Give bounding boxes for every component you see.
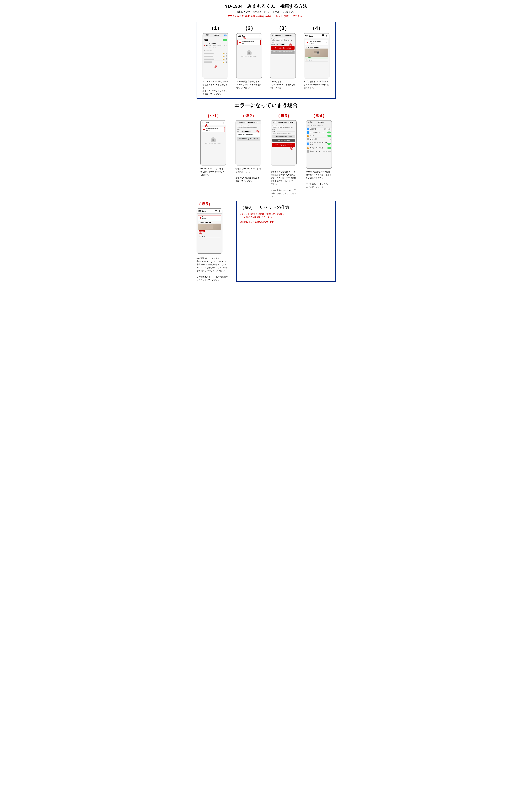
network-2-icons: 🔒 ≋ ⓘ — [222, 55, 227, 57]
plus-e1[interactable]: ＋ — [222, 121, 225, 125]
svg-marker-20 — [200, 217, 201, 217]
back-icon: ＜ 設定 — [204, 34, 209, 36]
connect-label-e5: Connect to camera directly — [202, 216, 218, 219]
wifi-icon — [206, 45, 208, 46]
step-3-desc: ③を押します。アプリ内で出てくる権限を許可してください。 — [270, 80, 296, 89]
setting-mic[interactable]: 🎤 マイク — [306, 134, 331, 137]
camera-card-e5: Camera0 ●●●●●●●● ● Offline ⑦ 📋🔊⚙ — [198, 221, 221, 238]
step-3-phone: ＜ Connect to camera di... Jump to the sy… — [270, 33, 296, 78]
siri-icon — [307, 138, 309, 141]
setting-background[interactable]: ↻ アプリのバックグラウンド更新 — [306, 141, 331, 146]
menu-icon-e5[interactable]: ☰ — [215, 209, 217, 213]
cam-icon-e5 — [200, 217, 201, 219]
connect-directly-e1[interactable]: Connect to camera directly › ④ — [202, 127, 225, 132]
siri-arrow: › — [330, 139, 331, 140]
error-steps-row: （※1） V99 Cam ＋ Connect to camera directl… — [196, 113, 336, 198]
location-icon: 📍 — [307, 128, 309, 130]
logged-in-bar: ● Logined — [305, 57, 328, 59]
menu-icon-4[interactable]: ☰ — [322, 34, 324, 38]
e5-desc: ⑷の画面が出てこないとき⑦が『Connecting...』『Offline』の場… — [196, 257, 229, 282]
storage-icon — [307, 150, 309, 152]
step-3-number: （3） — [276, 25, 289, 32]
camera-area-e1: Click here to add device — [202, 133, 225, 147]
error-step-3-number: （※3） — [276, 113, 292, 119]
step-4: （4） V99 Cam ☰ ＋ Connect to camera direct… — [301, 25, 332, 96]
reset-section: （※6） リセットの仕方 ○リセットボタンを２秒ほど長押してください。 この動作… — [236, 201, 336, 282]
local-toggle[interactable] — [327, 131, 331, 133]
e5-header: V99 Cam ☰ ＋ — [197, 209, 222, 214]
network-1-name — [204, 53, 213, 54]
step-2-desc: アプリを開き②を押します。アプリ内で出てくる権限を許可してください。 — [236, 80, 262, 89]
e4-header: ＜ 設定 V99Cam — [306, 121, 331, 124]
bg-toggle[interactable] — [327, 143, 331, 145]
step-4-content: Connect to camera directly › Camera0 PTZ… — [304, 38, 329, 62]
error-step-2: （※2） ＜ Connect to camera di... Jump to t… — [232, 113, 265, 198]
plus-btn-4[interactable]: ＋ — [325, 34, 328, 38]
jump-text-e3: Jump to the system settingConnect to the… — [272, 125, 295, 130]
system-wifi-btn[interactable]: To system wifi setting — [272, 139, 295, 142]
v99-title-e5: V99 Cam — [198, 210, 206, 212]
location-label: 位置情報 — [310, 128, 316, 130]
circle-5: ⑤ — [256, 130, 259, 133]
connect-directly-e5[interactable]: Connect to camera directly › — [198, 215, 221, 220]
arrow-right-4: › — [326, 42, 326, 43]
setting-local-network[interactable]: 🌐 ローカルネットワーク — [306, 131, 331, 134]
connect-this-e2[interactable]: Connect to this camera ⑤ — [237, 133, 260, 136]
wifi-toggle[interactable] — [223, 39, 227, 41]
step-4-desc: アプリを開きこの画面もしくはカメラの映像が映ったら接続完了です。 — [304, 80, 329, 89]
v99-title-2: V99 Cam — [238, 35, 245, 37]
step-2-phone: V99 Cam ＋ Connect to camera directly › ② — [236, 33, 262, 78]
ptz-network[interactable]: ✓ PTZ●●●●●セキュリティ保護されていないネットワーク — [204, 42, 227, 49]
svg-rect-7 — [307, 42, 308, 43]
steps-row: （1） ＜ 設定 Wi-Fi 編集 Wi-Fi ✓ PTZ●●●●●セキュリティ… — [200, 25, 332, 96]
error-step-4-phone: ＜ 設定 V99Cam V99CAMにアクセスを許可 📍 位置情報 使用中のみ … — [306, 120, 332, 169]
error-step-2-phone: ＜ Connect to camera di... Jump to the sy… — [235, 120, 261, 165]
svg-marker-1 — [240, 42, 241, 42]
e4-section-header: V99CAMにアクセスを許可 — [306, 124, 331, 127]
mic-toggle[interactable] — [327, 135, 331, 137]
make-wifi-btn-3[interactable]: Makewifi setting to another device AP — [271, 51, 294, 54]
setting-mobile-data[interactable]: 📶 モバイルデータ通信 — [306, 146, 331, 150]
not-connected-msg: Current connection not the device... — [272, 133, 295, 134]
connect-this-btn[interactable]: Connect to this camera ③ — [271, 46, 294, 50]
bottom-icons-e5: 📋🔊⚙ — [198, 235, 221, 238]
circle-3: ③ — [289, 43, 292, 47]
plus-btn-2[interactable]: ＋ — [258, 34, 261, 38]
checkmark-icon: ✓ — [204, 44, 206, 47]
setting-location[interactable]: 📍 位置情報 使用中のみ › — [306, 127, 331, 131]
circle-2: ② — [243, 37, 246, 40]
svg-rect-19 — [200, 217, 201, 219]
network-2[interactable]: 🔒 ≋ ⓘ — [204, 55, 227, 58]
siri-label: Siri と検索 — [310, 138, 317, 140]
main-steps-section: （1） ＜ 設定 Wi-Fi 編集 Wi-Fi ✓ PTZ●●●●●セキュリティ… — [196, 22, 336, 99]
circle-4: ④ — [205, 124, 208, 127]
svg-point-4 — [248, 52, 250, 54]
e5-content: Connect to camera directly › Camera0 ●●●… — [197, 214, 222, 239]
mobile-toggle[interactable] — [327, 147, 331, 149]
error-step-5-number: （※5） — [196, 201, 232, 207]
step-2-content: Connect to camera directly › ② — [236, 38, 262, 61]
camera-card-4: Camera0 PTZ●●●●● ● Logined 📋🔊⚙ — [305, 46, 328, 61]
svg-rect-0 — [239, 42, 241, 43]
setting-siri[interactable]: Siri と検索 › — [306, 137, 331, 141]
error-step-4-number: （※4） — [311, 113, 327, 119]
make-wifi-e2[interactable]: Makewifi setting to another device AP — [237, 137, 260, 141]
reset-title: （※6） リセットの仕方 — [240, 205, 332, 210]
setting-storage[interactable]: 書類ストレージ iCloud Drive › — [306, 150, 331, 153]
wifi-title: Wi-Fi — [209, 34, 224, 36]
connect-directly-btn-2[interactable]: Connect to camera directly › ② — [238, 40, 261, 45]
network-3[interactable]: 🔒 ≋ ⓘ — [204, 58, 227, 61]
network-1[interactable]: 🔒 ≋ ⓘ — [204, 52, 227, 55]
connect-label-2: Connect to camera directly — [242, 41, 258, 44]
connect-directly-btn-4[interactable]: Connect to camera directly › — [305, 40, 328, 45]
svg-rect-5 — [248, 50, 250, 52]
e1-content: Connect to camera directly › ④ Click her… — [201, 125, 226, 148]
edit-btn[interactable]: 編集 — [224, 34, 227, 36]
search-device-btn[interactable]: Search device under this AP — [272, 135, 295, 138]
plus-e5[interactable]: ＋ — [218, 209, 221, 213]
network-4[interactable]: 🔒 ≋ ⓘ — [204, 61, 227, 63]
error-step-1: （※1） V99 Cam ＋ Connect to camera directl… — [196, 113, 230, 198]
error-step-4: （※4） ＜ 設定 V99Cam V99CAMにアクセスを許可 📍 位置情報 使… — [302, 113, 336, 198]
connect-label-4: Connect to camera directly — [309, 41, 325, 44]
back-e2: ＜ — [237, 121, 239, 124]
